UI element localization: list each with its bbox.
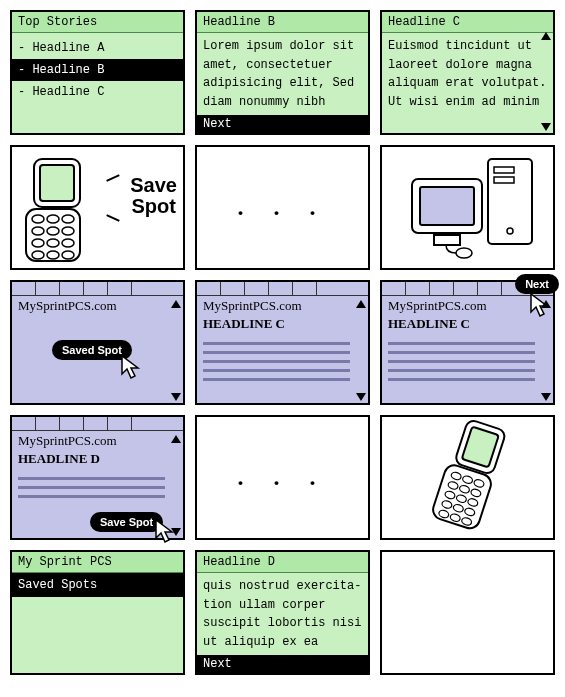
site-title: MySprintPCS.com	[382, 296, 553, 316]
site-title: MySprintPCS.com	[197, 296, 368, 316]
svg-point-40	[461, 517, 473, 527]
browser-tabs[interactable]	[12, 282, 183, 296]
svg-point-13	[47, 251, 59, 259]
empty-panel	[380, 550, 555, 675]
ellipsis-icon: . . .	[197, 147, 368, 268]
scroll-down-icon[interactable]	[356, 123, 366, 131]
save-spot-tooltip[interactable]: Save Spot	[90, 512, 163, 532]
svg-point-31	[470, 488, 482, 498]
svg-rect-20	[420, 187, 474, 225]
article-lines	[12, 471, 183, 504]
article-lines	[197, 336, 368, 387]
article-headline: HEADLINE D	[12, 451, 183, 471]
flip-phone-icon	[16, 151, 116, 266]
svg-point-28	[473, 479, 485, 489]
svg-point-29	[447, 481, 459, 491]
svg-rect-16	[494, 167, 514, 173]
menu-item[interactable]: - Headline A	[18, 37, 177, 59]
browser-headline-c-next: MySprintPCS.com HEADLINE C Next	[380, 280, 555, 405]
article-headline: HEADLINE C	[197, 316, 368, 336]
svg-point-35	[441, 500, 453, 510]
desktop-pc-panel	[380, 145, 555, 270]
svg-point-27	[462, 475, 474, 485]
svg-rect-21	[434, 235, 460, 245]
scroll-up-icon[interactable]	[541, 32, 551, 40]
phone-headline-c: Headline C Euismod tincidunt ut laoreet …	[380, 10, 555, 135]
svg-point-3	[32, 215, 44, 223]
transition-panel: . . .	[195, 415, 370, 540]
svg-rect-17	[494, 177, 514, 183]
svg-point-5	[62, 215, 74, 223]
svg-point-22	[456, 248, 472, 258]
phone-title: Headline B	[197, 12, 368, 33]
svg-point-7	[47, 227, 59, 235]
svg-rect-24	[462, 427, 499, 468]
save-spot-label: SaveSpot	[130, 175, 177, 217]
ellipsis-icon: . . .	[197, 417, 368, 538]
next-tooltip[interactable]: Next	[515, 274, 559, 294]
phone-title: Top Stories	[12, 12, 183, 33]
menu-item-selected[interactable]: - Headline B	[12, 59, 183, 81]
browser-tabs[interactable]	[12, 417, 183, 431]
svg-point-33	[456, 494, 468, 504]
phone-top-stories: Top Stories - Headline A - Headline B - …	[10, 10, 185, 135]
flip-phone-icon	[412, 419, 532, 539]
browser-headline-d-save: MySprintPCS.com HEADLINE D Save Spot	[10, 415, 185, 540]
svg-point-10	[47, 239, 59, 247]
site-title: MySprintPCS.com	[12, 296, 183, 316]
svg-point-39	[449, 513, 461, 523]
article-text: Euismod tincidunt ut laoreet dolore magn…	[388, 37, 547, 111]
browser-headline-c: MySprintPCS.com HEADLINE C	[195, 280, 370, 405]
cursor-icon	[120, 354, 146, 380]
transition-panel: . . .	[195, 145, 370, 270]
softkey-next[interactable]: Next	[197, 115, 368, 133]
svg-point-36	[452, 503, 464, 513]
article-lines	[382, 336, 553, 387]
save-spot-promo: SaveSpot	[10, 145, 185, 270]
scrollbar[interactable]	[356, 300, 366, 401]
svg-point-32	[444, 490, 456, 500]
svg-point-12	[32, 251, 44, 259]
svg-point-4	[47, 215, 59, 223]
article-headline: HEADLINE C	[382, 316, 553, 336]
menu-item[interactable]: - Headline C	[18, 81, 177, 103]
flip-phone-panel	[380, 415, 555, 540]
article-text: quis nostrud exercita-tion ullam corper …	[203, 577, 362, 651]
phone-headline-d: Headline D quis nostrud exercita-tion ul…	[195, 550, 370, 675]
scrollbar[interactable]	[171, 435, 181, 536]
svg-point-18	[507, 228, 513, 234]
phone-headline-b: Headline B Lorem ipsum dolor sit amet, c…	[195, 10, 370, 135]
site-title: MySprintPCS.com	[12, 431, 183, 451]
svg-rect-1	[40, 165, 74, 201]
svg-point-14	[62, 251, 74, 259]
phone-title: Headline C	[382, 12, 553, 33]
menu-item-selected[interactable]: Saved Spots	[12, 573, 183, 597]
browser-tabs[interactable]	[197, 282, 368, 296]
softkey-next[interactable]: Next	[197, 655, 368, 673]
phone-title: Headline D	[197, 552, 368, 573]
svg-point-9	[32, 239, 44, 247]
browser-saved-spot: MySprintPCS.com Saved Spot	[10, 280, 185, 405]
svg-point-34	[467, 498, 479, 508]
phone-saved-spots-menu: My Sprint PCS Saved Spots	[10, 550, 185, 675]
scrollbar[interactable]	[171, 300, 181, 401]
desktop-computer-icon	[386, 151, 551, 266]
svg-point-37	[464, 507, 476, 517]
svg-point-8	[62, 227, 74, 235]
svg-point-11	[62, 239, 74, 247]
article-text: Lorem ipsum dolor sit amet, consectetuer…	[203, 37, 362, 111]
phone-menu[interactable]: - Headline A - Headline B - Headline C	[12, 33, 183, 133]
scroll-down-icon[interactable]	[541, 123, 551, 131]
svg-point-30	[459, 484, 471, 494]
phone-title: My Sprint PCS	[12, 552, 183, 573]
scroll-down-icon[interactable]	[356, 663, 366, 671]
scrollbar[interactable]	[541, 300, 551, 401]
svg-point-38	[438, 509, 450, 519]
storyboard-grid: Top Stories - Headline A - Headline B - …	[0, 0, 565, 685]
svg-point-26	[450, 471, 462, 481]
svg-point-6	[32, 227, 44, 235]
